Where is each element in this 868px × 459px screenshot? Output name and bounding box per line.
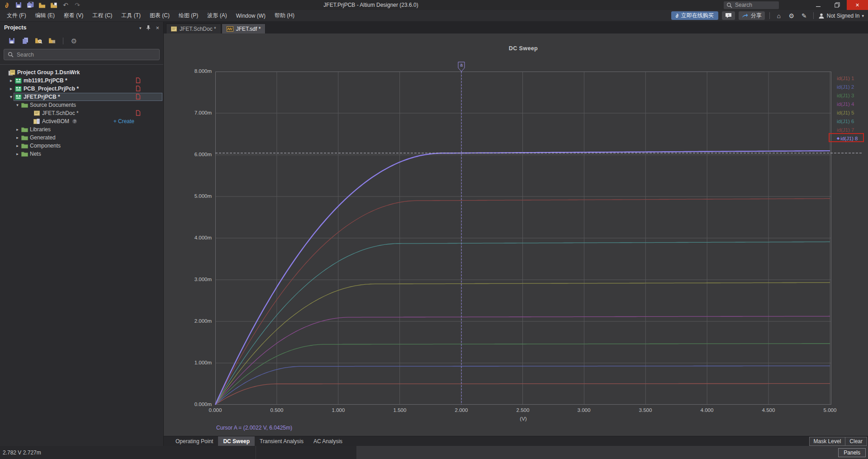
mask-level-button[interactable]: Mask Level <box>810 437 845 445</box>
projects-toolbar-folder-search-icon[interactable] <box>35 38 43 44</box>
projects-toolbar-save-icon[interactable] <box>8 38 15 44</box>
titlebar: ∂↶↷ JFET.PrjPCB - Altium Designer (23.6.… <box>0 0 868 10</box>
chevron-down-icon[interactable]: ▾ <box>14 103 20 107</box>
menu-item-8[interactable]: Window (W) <box>232 10 270 21</box>
tree-item-libraries[interactable]: ▸Libraries <box>0 125 163 134</box>
svg-text:?: ? <box>74 119 76 124</box>
pin-icon[interactable] <box>146 25 151 30</box>
y-tick-label: 4.000m <box>182 235 212 240</box>
tree-item-workspace[interactable]: Project Group 1.DsnWrk <box>0 68 163 76</box>
home-button[interactable]: ⌂ <box>774 12 783 19</box>
altium-logo-icon: ∂ <box>3 1 10 9</box>
buy-online-button[interactable]: ∂ 立即在线购买 <box>671 11 718 20</box>
folder-icon <box>20 135 28 140</box>
folder-icon <box>20 151 28 157</box>
share-button[interactable]: 分享 <box>739 11 765 20</box>
modified-doc-status-icon <box>136 77 141 83</box>
legend-item[interactable]: ◆id(J1) 8 <box>837 134 868 143</box>
project-icon <box>14 94 22 100</box>
save-all-icon[interactable] <box>27 1 34 9</box>
menu-item-7[interactable]: 波形 (A) <box>203 10 231 21</box>
tree-item-label: Nets <box>28 151 41 157</box>
divider <box>769 12 770 19</box>
create-link[interactable]: + Create <box>114 118 134 124</box>
tree-item-jfet-schdoc[interactable]: JFET.SchDoc * <box>0 109 163 117</box>
diamond-icon: ◆ <box>837 136 840 140</box>
menu-item-5[interactable]: 图表 (C) <box>145 10 174 21</box>
chevron-right-icon[interactable]: ▸ <box>14 135 20 140</box>
menu-item-2[interactable]: 察看 (V) <box>59 10 88 21</box>
tree-item-source-documents[interactable]: ▾Source Documents <box>0 101 163 109</box>
customize-button[interactable]: ✎ <box>800 12 809 19</box>
plot-area[interactable] <box>215 72 867 405</box>
menu-item-0[interactable]: 文件 (F) <box>2 10 31 21</box>
brush-icon: ✎ <box>802 12 807 19</box>
chevron-right-icon[interactable]: ▸ <box>8 86 14 91</box>
x-tick-label: 3.000 <box>571 407 597 413</box>
projects-panel-header: Projects ▾× <box>0 22 163 33</box>
signin-button[interactable]: Not Signed In ▾ <box>818 13 864 19</box>
y-tick-label: 2.000m <box>182 318 212 324</box>
settings-button[interactable]: ⚙ <box>787 12 796 19</box>
legend-item[interactable]: id(J1) 2 <box>837 82 868 91</box>
chevron-right-icon[interactable]: ▸ <box>8 78 14 83</box>
analysis-tab-ac-analysis[interactable]: AC Analysis <box>308 436 347 446</box>
document-area: JFET.SchDoc *JFET.sdf * DC Sweep (V) Cur… <box>164 22 868 446</box>
close-button[interactable]: × <box>847 0 868 10</box>
legend-item[interactable]: id(J1) 5 <box>837 108 868 117</box>
tree-item-label: PCB_Project.PrjPcb * <box>22 86 79 92</box>
tree-item-project-jfet[interactable]: ▾JFET.PrjPCB * <box>0 93 163 101</box>
projects-search-input[interactable]: Search <box>4 49 160 60</box>
caret-down-icon[interactable]: ▾ <box>139 24 142 31</box>
legend-item[interactable]: id(J1) 1 <box>837 74 868 82</box>
minimize-button[interactable] <box>809 0 828 10</box>
menu-item-3[interactable]: 工程 (C) <box>88 10 117 21</box>
legend-item[interactable]: id(J1) 6 <box>837 117 868 125</box>
restore-button[interactable] <box>828 0 847 10</box>
tree-item-activebom[interactable]: ActiveBOM?+ Create <box>0 117 163 125</box>
legend-item[interactable]: id(J1) 3 <box>837 91 868 100</box>
projects-toolbar-folder-gear-icon[interactable] <box>48 38 56 44</box>
menu-item-9[interactable]: 帮助 (H) <box>270 10 299 21</box>
menu-item-1[interactable]: 编辑 (E) <box>31 10 59 21</box>
undo-icon[interactable]: ↶ <box>62 1 69 9</box>
legend-item[interactable]: id(J1) 4 <box>837 100 868 108</box>
comment-button[interactable]: + <box>722 11 735 20</box>
redo-icon[interactable]: ↷ <box>74 1 81 9</box>
chevron-right-icon[interactable]: ▸ <box>14 152 20 156</box>
chevron-down-icon[interactable]: ▾ <box>8 95 14 99</box>
projects-toolbar-compile-icon[interactable] <box>21 38 29 44</box>
analysis-tab-dc-sweep[interactable]: DC Sweep <box>218 436 255 446</box>
tree-item-project-pcb-project[interactable]: ▸PCB_Project.PrjPcb * <box>0 85 163 93</box>
titlebar-search-input[interactable]: Search <box>724 1 779 9</box>
x-tick-label: 5.000 <box>817 407 843 413</box>
folder-icon <box>20 127 28 132</box>
save-icon[interactable] <box>15 1 22 9</box>
panels-button[interactable]: Panels <box>838 448 866 457</box>
waveform-viewer[interactable]: DC Sweep (V) Cursor A = (2.0022 V, 6.042… <box>164 33 868 436</box>
chevron-right-icon[interactable]: ▸ <box>14 127 20 132</box>
panel-close-icon[interactable]: × <box>156 24 159 31</box>
clear-button[interactable]: Clear <box>845 437 867 445</box>
tree-item-project-mb1191[interactable]: ▸mb1191.PrjPCB * <box>0 76 163 85</box>
open-icon[interactable] <box>38 1 46 9</box>
menu-item-6[interactable]: 绘图 (P) <box>174 10 203 21</box>
open-project-icon[interactable] <box>50 1 57 9</box>
tree-item-nets[interactable]: ▸Nets <box>0 150 163 158</box>
cursor-a-flag[interactable]: a <box>458 62 465 72</box>
document-tabbar: JFET.SchDoc *JFET.sdf * <box>164 22 868 33</box>
chevron-right-icon[interactable]: ▸ <box>14 143 20 148</box>
chart-title: DC Sweep <box>215 45 831 52</box>
tree-item-generated[interactable]: ▸Generated <box>0 134 163 142</box>
document-tab-1[interactable]: JFET.sdf * <box>222 24 266 33</box>
folder-icon <box>20 102 28 108</box>
info-icon[interactable]: ? <box>72 119 77 124</box>
menu-item-4[interactable]: 工具 (T) <box>117 10 145 21</box>
y-tick-label: 1.000m <box>182 360 212 365</box>
analysis-tab-operating-point[interactable]: Operating Point <box>171 436 218 446</box>
projects-toolbar-settings-gear-icon[interactable]: ⚙ <box>70 38 78 44</box>
altium-logo-icon: ∂ <box>676 13 678 19</box>
tree-item-components[interactable]: ▸Components <box>0 142 163 150</box>
document-tab-0[interactable]: JFET.SchDoc * <box>166 24 221 33</box>
analysis-tab-transient-analysis[interactable]: Transient Analysis <box>255 436 308 446</box>
